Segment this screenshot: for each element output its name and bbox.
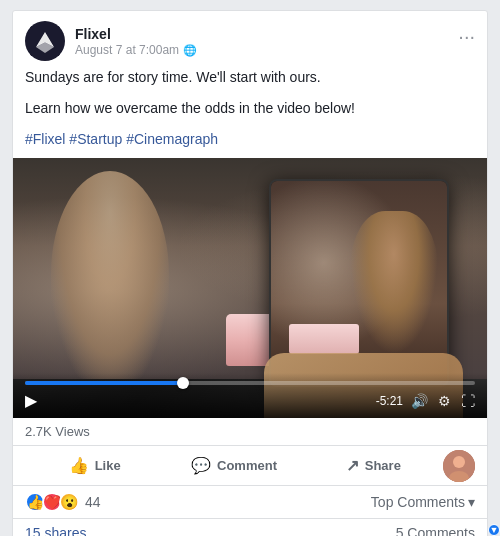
settings-icon[interactable]: ⚙ (438, 393, 451, 409)
phone-cake (289, 324, 359, 355)
video-controls: ▶ -5:21 🔊 ⚙ ⛶ (13, 373, 487, 418)
share-button[interactable]: ↗ Share (304, 448, 443, 483)
control-icons: 🔊 ⚙ ⛶ (411, 393, 475, 409)
globe-icon: 🌐 (183, 44, 197, 57)
progress-fill (25, 381, 183, 385)
reaction-count: 44 (85, 494, 101, 510)
user-avatar-mini[interactable]: ▼ (443, 450, 475, 482)
post-header: Flixel August 7 at 7:00am 🌐 ··· (13, 11, 487, 67)
comments-count[interactable]: 5 Comments (396, 525, 475, 536)
controls-row: ▶ -5:21 🔊 ⚙ ⛶ (25, 391, 475, 410)
action-bar: 👍 Like 💬 Comment ↗ Share ▼ (13, 446, 487, 486)
like-icon: 👍 (69, 456, 89, 475)
avatar[interactable] (25, 21, 65, 61)
like-button[interactable]: 👍 Like (25, 448, 164, 483)
chevron-down-icon: ▾ (468, 494, 475, 510)
volume-icon[interactable]: 🔊 (411, 393, 428, 409)
phone-person (350, 211, 438, 354)
video-player[interactable]: ▶ -5:21 🔊 ⚙ ⛶ (13, 158, 487, 418)
post-meta: Flixel August 7 at 7:00am 🌐 (75, 25, 475, 57)
post-text-line1: Sundays are for story time. We'll start … (13, 67, 487, 98)
post-text-line2: Learn how we overcame the odds in the vi… (13, 98, 487, 129)
reactions-bar: 👍 ❤️ 😮 44 Top Comments ▾ (13, 486, 487, 519)
shares-count[interactable]: 15 shares (25, 525, 86, 536)
more-options-icon[interactable]: ··· (454, 21, 479, 52)
play-button[interactable]: ▶ (25, 391, 37, 410)
child-figure (51, 171, 170, 379)
post-hashtags[interactable]: #Flixel #Startup #Cinemagraph (13, 129, 487, 158)
progress-bar[interactable] (25, 381, 475, 385)
post-author[interactable]: Flixel (75, 25, 475, 43)
time-display: -5:21 (376, 394, 403, 408)
post-time: August 7 at 7:00am 🌐 (75, 43, 475, 57)
comment-button[interactable]: 💬 Comment (164, 448, 303, 483)
share-icon: ↗ (346, 456, 359, 475)
progress-dot (177, 377, 189, 389)
reaction-icons: 👍 ❤️ 😮 (25, 492, 75, 512)
svg-point-4 (453, 456, 465, 468)
views-count: 2.7K Views (13, 418, 487, 446)
top-comments-button[interactable]: Top Comments ▾ (371, 494, 475, 510)
comment-icon: 💬 (191, 456, 211, 475)
shares-bar: 15 shares 5 Comments (13, 519, 487, 536)
fullscreen-icon[interactable]: ⛶ (461, 393, 475, 409)
post-card: Flixel August 7 at 7:00am 🌐 ··· Sundays … (12, 10, 488, 536)
reaction-wow-icon: 😮 (59, 492, 79, 512)
